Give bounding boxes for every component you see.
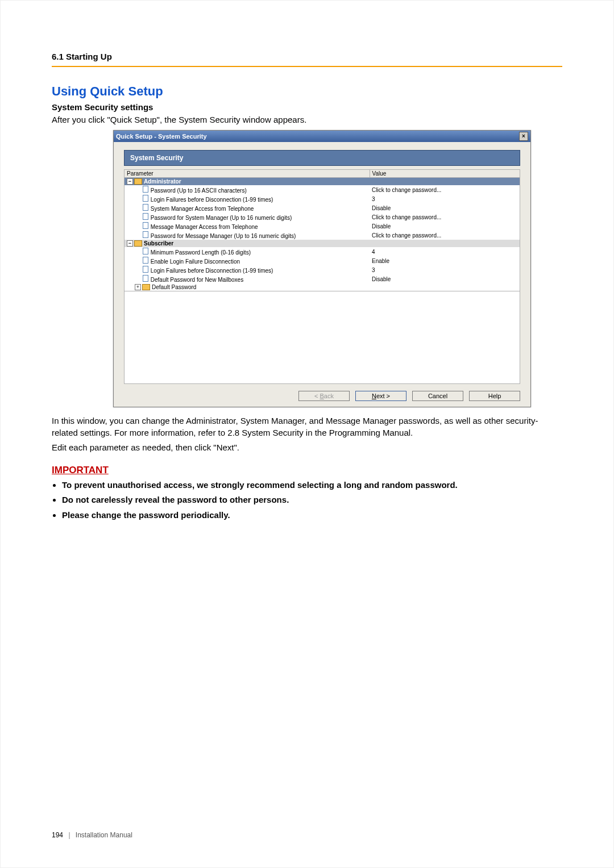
cancel-button[interactable]: Cancel <box>412 391 463 401</box>
table-row[interactable]: Password (Up to 16 ASCII characters)Clic… <box>125 185 520 194</box>
group-subscriber[interactable]: − Subscriber <box>125 240 520 247</box>
file-icon <box>143 248 148 254</box>
col-value: Value <box>370 170 520 178</box>
next-button[interactable]: Next > <box>355 391 406 401</box>
back-button: < Back <box>298 391 350 401</box>
collapse-icon[interactable]: − <box>127 178 133 185</box>
parameter-table: Parameter Value − Administrator <box>124 169 520 291</box>
param-value[interactable]: 4 <box>370 247 520 256</box>
important-heading: IMPORTANT <box>52 465 562 476</box>
param-label: Password (Up to 16 ASCII characters) <box>151 187 247 194</box>
page-number: 194 <box>52 831 63 839</box>
table-row[interactable]: + Default Password <box>125 283 520 291</box>
param-label: Password for System Manager (Up to 16 nu… <box>151 215 292 221</box>
param-label: System Manager Access from Telephone <box>151 206 254 212</box>
param-label: Login Failures before Disconnection (1-9… <box>151 197 273 203</box>
document-page: 6.1 Starting Up Using Quick Setup System… <box>0 0 614 868</box>
table-row[interactable]: Minimum Password Length (0-16 digits)4 <box>125 247 520 256</box>
group-administrator[interactable]: − Administrator <box>125 178 520 186</box>
table-row[interactable]: Login Failures before Disconnection (1-9… <box>125 265 520 274</box>
param-value[interactable]: Disable <box>370 274 520 283</box>
collapse-icon[interactable]: − <box>127 240 133 247</box>
table-row[interactable]: Password for Message Manager (Up to 16 n… <box>125 231 520 240</box>
table-row[interactable]: Password for System Manager (Up to 16 nu… <box>125 212 520 222</box>
list-item: To prevent unauthorised access, we stron… <box>62 479 562 491</box>
param-value[interactable]: Enable <box>370 256 520 265</box>
param-label: Enable Login Failure Disconnection <box>151 258 240 265</box>
param-value[interactable]: 3 <box>370 194 520 203</box>
file-icon <box>143 275 148 282</box>
file-icon <box>143 266 148 273</box>
file-icon <box>143 231 148 238</box>
subheading: System Security settings <box>52 102 562 112</box>
help-button[interactable]: Help <box>469 391 520 401</box>
intro-paragraph: After you click "Quick Setup", the Syste… <box>52 114 562 126</box>
file-icon <box>143 213 148 220</box>
param-label: Message Manager Access from Telephone <box>151 224 258 230</box>
dialog-title: Quick Setup - System Security <box>116 133 207 140</box>
file-icon <box>143 186 148 193</box>
running-header: 6.1 Starting Up <box>52 52 562 67</box>
panel-heading: System Security <box>124 150 520 166</box>
page-footer: 194 | Installation Manual <box>52 831 132 839</box>
param-value[interactable]: Click to change password... <box>370 231 520 240</box>
param-value[interactable]: Disable <box>370 203 520 212</box>
folder-icon <box>134 240 142 247</box>
file-icon <box>143 204 148 211</box>
table-empty-area <box>124 291 520 384</box>
table-row[interactable]: System Manager Access from TelephoneDisa… <box>125 203 520 212</box>
folder-icon <box>134 178 142 185</box>
param-label: Default Password for New Mailboxes <box>151 277 243 283</box>
group-label: Default Password <box>152 284 196 290</box>
folder-icon <box>142 284 150 290</box>
param-value[interactable]: Click to change password... <box>370 212 520 222</box>
expand-icon[interactable]: + <box>135 284 141 290</box>
close-icon[interactable]: × <box>519 132 528 141</box>
group-label: Subscriber <box>144 240 173 247</box>
table-row[interactable]: Message Manager Access from TelephoneDis… <box>125 222 520 231</box>
group-label: Administrator <box>144 178 181 185</box>
quick-setup-dialog: Quick Setup - System Security × System S… <box>113 130 531 407</box>
param-value[interactable]: Disable <box>370 222 520 231</box>
file-icon <box>143 195 148 202</box>
param-label: Login Failures before Disconnection (1-9… <box>151 268 273 274</box>
table-row[interactable]: Login Failures before Disconnection (1-9… <box>125 194 520 203</box>
param-value[interactable]: Click to change password... <box>370 185 520 194</box>
body-paragraph: Edit each parameter as needed, then clic… <box>52 442 562 453</box>
param-label: Minimum Password Length (0-16 digits) <box>151 249 251 256</box>
col-parameter: Parameter <box>125 170 370 178</box>
param-value[interactable]: 3 <box>370 265 520 274</box>
list-item: Do not carelessly reveal the password to… <box>62 494 562 506</box>
file-icon <box>143 222 148 229</box>
table-row[interactable]: Enable Login Failure DisconnectionEnable <box>125 256 520 265</box>
param-label: Password for Message Manager (Up to 16 n… <box>151 233 296 239</box>
important-list: To prevent unauthorised access, we stron… <box>52 479 562 521</box>
footer-label: Installation Manual <box>76 831 132 839</box>
dialog-button-row: < Back Next > Cancel Help <box>124 384 520 401</box>
dialog-titlebar: Quick Setup - System Security × <box>114 131 530 142</box>
list-item: Please change the password periodically. <box>62 510 562 521</box>
body-paragraph: In this window, you can change the Admin… <box>52 415 562 439</box>
table-row[interactable]: Default Password for New MailboxesDisabl… <box>125 274 520 283</box>
file-icon <box>143 257 148 264</box>
page-title: Using Quick Setup <box>52 84 562 99</box>
